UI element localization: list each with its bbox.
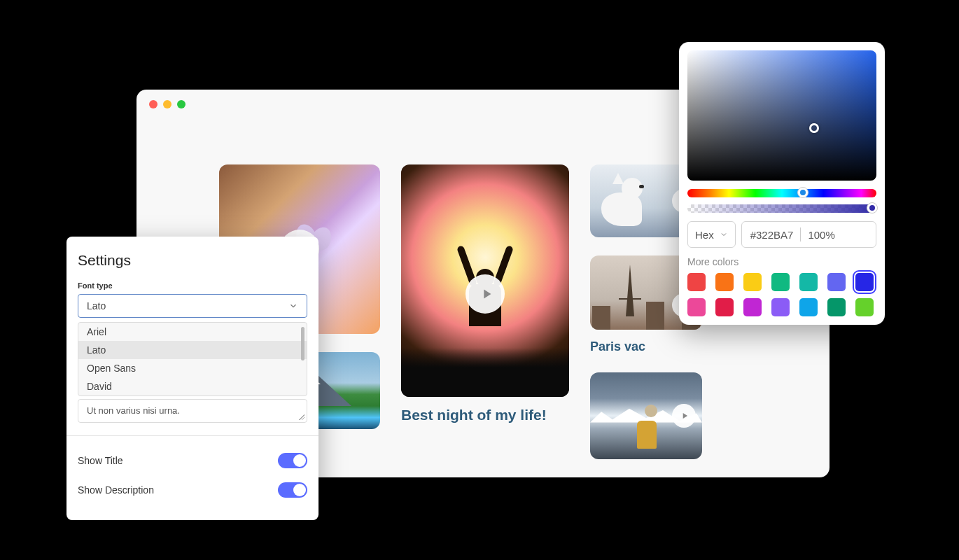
alpha-handle[interactable] — [867, 202, 878, 214]
window-maximize-button[interactable] — [177, 100, 186, 108]
hue-slider[interactable] — [687, 189, 876, 197]
alpha-slider[interactable] — [687, 204, 876, 213]
show-description-label: Show Description — [78, 484, 154, 496]
font-select-value: Lato — [87, 300, 106, 312]
saturation-brightness-picker[interactable] — [687, 50, 876, 181]
window-close-button[interactable] — [149, 100, 158, 108]
font-type-label: Font type — [78, 281, 307, 290]
settings-panel: Settings Font type Lato Ariel Lato Open … — [66, 237, 318, 520]
chevron-down-icon — [720, 230, 728, 239]
show-title-toggle[interactable] — [278, 453, 307, 468]
video-card[interactable] — [590, 372, 702, 459]
color-swatch[interactable] — [771, 273, 790, 291]
color-format-select[interactable]: Hex — [687, 221, 736, 248]
scrollbar[interactable] — [301, 327, 304, 360]
font-select[interactable]: Lato — [78, 294, 307, 318]
hex-input[interactable]: #322BA7 100% — [741, 221, 876, 248]
font-option[interactable]: Lato — [78, 341, 307, 359]
color-swatch[interactable] — [743, 273, 762, 291]
play-icon[interactable] — [672, 404, 696, 428]
font-option[interactable]: Open Sans — [78, 359, 307, 377]
play-icon[interactable] — [465, 274, 505, 314]
hex-value: #322BA7 — [750, 229, 794, 241]
hue-handle[interactable] — [797, 187, 808, 198]
card-title: Paris vac — [590, 340, 702, 354]
color-cursor[interactable] — [809, 123, 819, 133]
separator — [800, 227, 801, 241]
font-option[interactable]: Ariel — [78, 323, 307, 341]
opacity-value: 100% — [808, 229, 834, 241]
font-dropdown-list: Ariel Lato Open Sans David — [78, 322, 307, 396]
color-swatch[interactable] — [743, 298, 762, 316]
video-card[interactable]: Best night of my life! — [401, 164, 569, 424]
color-swatch[interactable] — [827, 298, 846, 316]
color-swatch[interactable] — [687, 298, 706, 316]
swatch-grid — [687, 273, 876, 316]
color-swatch[interactable] — [827, 273, 846, 291]
color-swatch[interactable] — [771, 298, 790, 316]
window-minimize-button[interactable] — [163, 100, 172, 108]
color-swatch[interactable] — [715, 298, 734, 316]
show-description-toggle[interactable] — [278, 482, 307, 498]
description-textarea[interactable]: Ut non varius nisi urna. — [78, 399, 307, 423]
settings-title: Settings — [78, 252, 307, 269]
font-option[interactable]: David — [78, 377, 307, 396]
color-swatch[interactable] — [799, 273, 818, 291]
color-picker-panel: Hex #322BA7 100% More colors — [679, 42, 885, 325]
color-swatch[interactable] — [855, 273, 874, 291]
more-colors-label: More colors — [687, 256, 876, 267]
color-swatch[interactable] — [855, 298, 874, 316]
show-title-label: Show Title — [78, 455, 123, 466]
divider — [66, 435, 318, 436]
chevron-down-icon — [288, 301, 298, 311]
color-swatch[interactable] — [799, 298, 818, 316]
color-swatch[interactable] — [715, 273, 734, 291]
card-title: Best night of my life! — [401, 407, 569, 424]
color-swatch[interactable] — [687, 273, 706, 291]
